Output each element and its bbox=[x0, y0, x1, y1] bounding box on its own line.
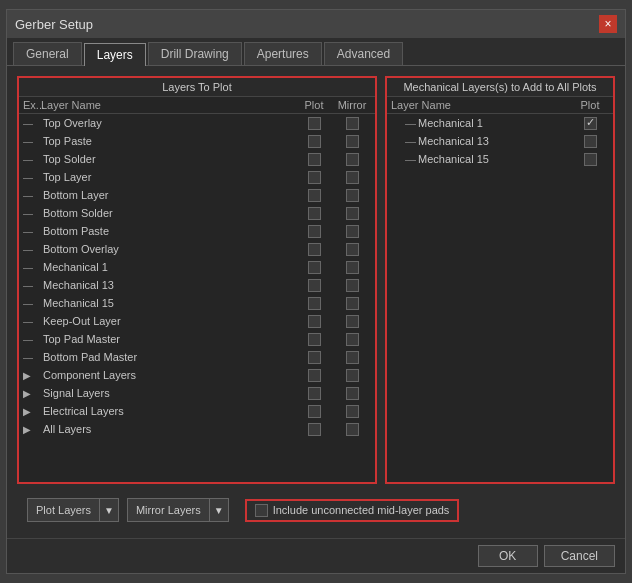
include-unconnected-checkbox[interactable] bbox=[255, 504, 268, 517]
layer-mirror-checkbox[interactable] bbox=[333, 171, 371, 184]
layer-mirror-checkbox[interactable] bbox=[333, 207, 371, 220]
plot-layers-dropdown[interactable]: Plot Layers ▼ bbox=[27, 498, 119, 522]
mech-layer-plot-checkbox[interactable] bbox=[571, 135, 609, 148]
include-unconnected-label: Include unconnected mid-layer pads bbox=[273, 504, 450, 516]
layer-name: Bottom Pad Master bbox=[41, 351, 295, 363]
layer-plot-checkbox[interactable] bbox=[295, 153, 333, 166]
layer-mirror-checkbox[interactable] bbox=[333, 189, 371, 202]
layer-row[interactable]: —Bottom Paste bbox=[19, 222, 375, 240]
layer-mirror-checkbox[interactable] bbox=[333, 369, 371, 382]
layer-plot-checkbox[interactable] bbox=[295, 225, 333, 238]
layer-row[interactable]: ▶Electrical Layers bbox=[19, 402, 375, 420]
layer-row[interactable]: —Bottom Overlay bbox=[19, 240, 375, 258]
dialog-footer: OK Cancel bbox=[7, 538, 625, 573]
layer-row[interactable]: —Mechanical 13 bbox=[19, 276, 375, 294]
layer-mirror-checkbox[interactable] bbox=[333, 297, 371, 310]
layer-row[interactable]: —Keep-Out Layer bbox=[19, 312, 375, 330]
bottom-bar: Plot Layers ▼ Mirror Layers ▼ Include un… bbox=[17, 492, 615, 528]
layer-row[interactable]: —Bottom Pad Master bbox=[19, 348, 375, 366]
layer-row[interactable]: —Mechanical 15 bbox=[19, 294, 375, 312]
layer-plot-checkbox[interactable] bbox=[295, 297, 333, 310]
layer-plot-checkbox[interactable] bbox=[295, 117, 333, 130]
layer-name: Top Layer bbox=[41, 171, 295, 183]
layer-name: Mechanical 13 bbox=[41, 279, 295, 291]
layer-expand-icon[interactable]: ▶ bbox=[23, 370, 41, 381]
layer-plot-checkbox[interactable] bbox=[295, 189, 333, 202]
layer-mirror-checkbox[interactable] bbox=[333, 225, 371, 238]
tab-general[interactable]: General bbox=[13, 42, 82, 65]
tab-drill-drawing[interactable]: Drill Drawing bbox=[148, 42, 242, 65]
mirror-layers-dropdown[interactable]: Mirror Layers ▼ bbox=[127, 498, 229, 522]
col-plot-header: Plot bbox=[295, 99, 333, 111]
mech-layer-plot-checkbox[interactable] bbox=[571, 117, 609, 130]
layer-plot-checkbox[interactable] bbox=[295, 315, 333, 328]
layers-to-plot-panel: Layers To Plot Ex... Layer Name Plot Mir… bbox=[17, 76, 377, 484]
layer-name: Keep-Out Layer bbox=[41, 315, 295, 327]
layer-plot-checkbox[interactable] bbox=[295, 243, 333, 256]
mechanical-layers-panel: Mechanical Layers(s) to Add to All Plots… bbox=[385, 76, 615, 484]
layer-expand-icon[interactable]: ▶ bbox=[23, 424, 41, 435]
layer-mirror-checkbox[interactable] bbox=[333, 351, 371, 364]
layer-row[interactable]: ▶Component Layers bbox=[19, 366, 375, 384]
layer-plot-checkbox[interactable] bbox=[295, 387, 333, 400]
layer-plot-checkbox[interactable] bbox=[295, 207, 333, 220]
mech-layer-plot-checkbox[interactable] bbox=[571, 153, 609, 166]
layer-plot-checkbox[interactable] bbox=[295, 135, 333, 148]
layer-expand-icon: — bbox=[23, 262, 41, 273]
layer-name: Top Solder bbox=[41, 153, 295, 165]
dialog-title: Gerber Setup bbox=[15, 17, 93, 32]
plot-layers-arrow[interactable]: ▼ bbox=[100, 498, 119, 522]
layer-mirror-checkbox[interactable] bbox=[333, 333, 371, 346]
layer-plot-checkbox[interactable] bbox=[295, 423, 333, 436]
layer-plot-checkbox[interactable] bbox=[295, 405, 333, 418]
tab-advanced[interactable]: Advanced bbox=[324, 42, 403, 65]
layer-mirror-checkbox[interactable] bbox=[333, 387, 371, 400]
layer-mirror-checkbox[interactable] bbox=[333, 261, 371, 274]
layer-row[interactable]: —Top Overlay bbox=[19, 114, 375, 132]
layer-row[interactable]: —Bottom Layer bbox=[19, 186, 375, 204]
mech-layer-row[interactable]: —Mechanical 13 bbox=[387, 132, 613, 150]
plot-layers-button[interactable]: Plot Layers bbox=[27, 498, 100, 522]
mech-layer-row[interactable]: —Mechanical 15 bbox=[387, 150, 613, 168]
layer-mirror-checkbox[interactable] bbox=[333, 243, 371, 256]
mech-layer-name: —Mechanical 15 bbox=[391, 153, 571, 165]
layer-mirror-checkbox[interactable] bbox=[333, 117, 371, 130]
layer-plot-checkbox[interactable] bbox=[295, 261, 333, 274]
layer-mirror-checkbox[interactable] bbox=[333, 315, 371, 328]
layer-expand-icon[interactable]: ▶ bbox=[23, 406, 41, 417]
mirror-layers-arrow[interactable]: ▼ bbox=[210, 498, 229, 522]
layer-mirror-checkbox[interactable] bbox=[333, 135, 371, 148]
layer-row[interactable]: ▶All Layers bbox=[19, 420, 375, 438]
layer-name: Top Pad Master bbox=[41, 333, 295, 345]
layer-plot-checkbox[interactable] bbox=[295, 369, 333, 382]
layer-expand-icon[interactable]: ▶ bbox=[23, 388, 41, 399]
tab-layers[interactable]: Layers bbox=[84, 43, 146, 66]
layer-mirror-checkbox[interactable] bbox=[333, 153, 371, 166]
layer-row[interactable]: —Top Solder bbox=[19, 150, 375, 168]
mirror-layers-button[interactable]: Mirror Layers bbox=[127, 498, 210, 522]
layer-row[interactable]: —Top Pad Master bbox=[19, 330, 375, 348]
layer-row[interactable]: —Top Layer bbox=[19, 168, 375, 186]
layer-name: All Layers bbox=[41, 423, 295, 435]
layer-plot-checkbox[interactable] bbox=[295, 279, 333, 292]
gerber-setup-dialog: Gerber Setup × General Layers Drill Draw… bbox=[6, 9, 626, 574]
include-unconnected-container[interactable]: Include unconnected mid-layer pads bbox=[245, 499, 460, 522]
layer-name: Component Layers bbox=[41, 369, 295, 381]
layer-plot-checkbox[interactable] bbox=[295, 333, 333, 346]
cancel-button[interactable]: Cancel bbox=[544, 545, 615, 567]
layer-mirror-checkbox[interactable] bbox=[333, 423, 371, 436]
tab-apertures[interactable]: Apertures bbox=[244, 42, 322, 65]
layer-row[interactable]: —Bottom Solder bbox=[19, 204, 375, 222]
layer-row[interactable]: ▶Signal Layers bbox=[19, 384, 375, 402]
main-content: Layers To Plot Ex... Layer Name Plot Mir… bbox=[7, 66, 625, 538]
mech-layer-row[interactable]: —Mechanical 1 bbox=[387, 114, 613, 132]
layer-plot-checkbox[interactable] bbox=[295, 171, 333, 184]
layer-mirror-checkbox[interactable] bbox=[333, 405, 371, 418]
ok-button[interactable]: OK bbox=[478, 545, 538, 567]
close-button[interactable]: × bbox=[599, 15, 617, 33]
layer-mirror-checkbox[interactable] bbox=[333, 279, 371, 292]
left-col-headers: Ex... Layer Name Plot Mirror bbox=[19, 97, 375, 114]
layer-row[interactable]: —Mechanical 1 bbox=[19, 258, 375, 276]
layer-plot-checkbox[interactable] bbox=[295, 351, 333, 364]
layer-row[interactable]: —Top Paste bbox=[19, 132, 375, 150]
